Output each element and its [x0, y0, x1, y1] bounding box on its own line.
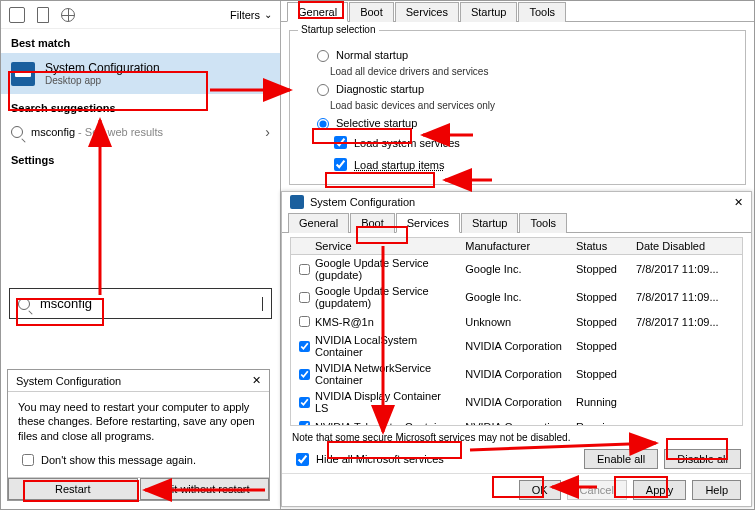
service-name: NVIDIA Telemetry Container: [311, 419, 461, 427]
service-status: Stopped: [572, 261, 632, 277]
hide-microsoft-services-checkbox[interactable]: [296, 453, 309, 466]
normal-startup-label: Normal startup: [336, 49, 408, 61]
load-system-services-checkbox[interactable]: [334, 136, 347, 149]
service-date-disabled: [632, 425, 742, 427]
tab-general[interactable]: General: [288, 213, 349, 233]
service-manufacturer: Google Inc.: [461, 289, 572, 305]
selective-startup-label: Selective startup: [336, 117, 417, 129]
apply-button[interactable]: Apply: [633, 480, 687, 500]
close-icon[interactable]: ✕: [252, 374, 261, 387]
diagnostic-startup-label: Diagnostic startup: [336, 83, 424, 95]
service-status: Running: [572, 419, 632, 427]
col-manufacturer[interactable]: Manufacturer: [461, 238, 572, 254]
hide-microsoft-services-label: Hide all Microsoft services: [316, 453, 444, 465]
restart-button[interactable]: Restart: [8, 478, 138, 500]
suggestion-text: msconfig - See web results: [31, 126, 163, 138]
tab-boot[interactable]: Boot: [350, 213, 395, 233]
tab-tools[interactable]: Tools: [519, 213, 567, 233]
normal-startup-desc: Load all device drivers and services: [330, 66, 735, 77]
dialog-body: You may need to restart your computer to…: [18, 401, 255, 442]
best-match-heading: Best match: [1, 29, 280, 53]
apps-icon[interactable]: [9, 7, 25, 23]
service-checkbox[interactable]: [299, 397, 310, 408]
window-title: System Configuration: [310, 196, 415, 208]
tab-boot[interactable]: Boot: [349, 2, 394, 22]
search-suggestions-heading: Search suggestions: [1, 94, 280, 118]
best-match-result[interactable]: System Configuration Desktop app: [1, 53, 280, 94]
filters-dropdown[interactable]: Filters ⌄: [230, 9, 272, 21]
service-status: Stopped: [572, 338, 632, 354]
filters-label: Filters: [230, 9, 260, 21]
service-row[interactable]: NVIDIA LocalSystem ContainerNVIDIA Corpo…: [291, 332, 742, 360]
search-icon: [18, 298, 30, 310]
tab-services[interactable]: Services: [395, 2, 459, 22]
service-row[interactable]: KMS-R@1nUnknownStopped7/8/2017 11:09...: [291, 311, 742, 332]
service-row[interactable]: NVIDIA Telemetry ContainerNVIDIA Corpora…: [291, 416, 742, 426]
service-date-disabled: [632, 344, 742, 348]
col-status[interactable]: Status: [572, 238, 632, 254]
disable-all-button[interactable]: Disable all: [664, 449, 741, 469]
service-manufacturer: NVIDIA Corporation: [461, 394, 572, 410]
service-manufacturer: NVIDIA Corporation: [461, 419, 572, 427]
normal-startup-radio[interactable]: [317, 50, 329, 62]
service-row[interactable]: NVIDIA Display Container LSNVIDIA Corpor…: [291, 388, 742, 416]
service-status: Running: [572, 394, 632, 410]
service-row[interactable]: Google Update Service (gupdatem)Google I…: [291, 283, 742, 311]
msconfig-icon: [11, 62, 35, 86]
service-checkbox[interactable]: [299, 341, 310, 352]
service-checkbox[interactable]: [299, 369, 310, 380]
web-icon[interactable]: [61, 8, 75, 22]
service-checkbox[interactable]: [299, 421, 310, 426]
service-name: NVIDIA LocalSystem Container: [311, 332, 461, 360]
close-icon[interactable]: ✕: [734, 196, 743, 209]
chevron-right-icon: ›: [265, 124, 270, 140]
service-name: NVIDIA NetworkService Container: [311, 360, 461, 388]
ok-button[interactable]: OK: [519, 480, 561, 500]
result-title: System Configuration: [45, 61, 160, 75]
service-date-disabled: 7/8/2017 11:09...: [632, 261, 742, 277]
tab-tools[interactable]: Tools: [518, 2, 566, 22]
result-subtitle: Desktop app: [45, 75, 160, 86]
col-service[interactable]: Service: [311, 238, 461, 254]
selective-startup-radio[interactable]: [317, 118, 329, 130]
service-checkbox[interactable]: [299, 316, 310, 327]
tab-startup[interactable]: Startup: [461, 213, 518, 233]
service-status: Stopped: [572, 289, 632, 305]
tab-startup[interactable]: Startup: [460, 2, 517, 22]
search-input[interactable]: [38, 295, 254, 312]
service-row[interactable]: Google Update Service (gupdate)Google In…: [291, 255, 742, 283]
search-suggestion-row[interactable]: msconfig - See web results ›: [1, 118, 280, 146]
documents-icon[interactable]: [37, 7, 49, 23]
dont-show-checkbox[interactable]: [22, 454, 34, 466]
dont-show-label: Don't show this message again.: [41, 453, 196, 467]
load-startup-items-checkbox[interactable]: [334, 158, 347, 171]
load-startup-items-label: Load startup items: [354, 159, 445, 171]
service-status: Stopped: [572, 366, 632, 382]
note-text: Note that some secure Microsoft services…: [282, 430, 751, 445]
service-name: KMS-R@1n: [311, 314, 461, 330]
tab-general[interactable]: General: [287, 2, 348, 22]
service-checkbox[interactable]: [299, 292, 310, 303]
text-cursor: [262, 297, 263, 311]
dialog-title: System Configuration: [16, 375, 121, 387]
service-checkbox[interactable]: [299, 264, 310, 275]
enable-all-button[interactable]: Enable all: [584, 449, 658, 469]
col-date-disabled[interactable]: Date Disabled: [632, 238, 742, 254]
service-date-disabled: 7/8/2017 11:09...: [632, 289, 742, 305]
service-date-disabled: [632, 400, 742, 404]
search-icon: [11, 126, 23, 138]
tab-services[interactable]: Services: [396, 213, 460, 233]
service-status: Stopped: [572, 314, 632, 330]
msconfig-icon: [290, 195, 304, 209]
exit-without-restart-button[interactable]: Exit without restart: [140, 478, 270, 500]
load-system-services-label: Load system services: [354, 137, 460, 149]
cancel-button[interactable]: Cancel: [567, 480, 627, 500]
help-button[interactable]: Help: [692, 480, 741, 500]
service-manufacturer: NVIDIA Corporation: [461, 338, 572, 354]
restart-dialog: System Configuration ✕ You may need to r…: [7, 369, 270, 501]
diagnostic-startup-radio[interactable]: [317, 84, 329, 96]
service-date-disabled: [632, 372, 742, 376]
service-manufacturer: Unknown: [461, 314, 572, 330]
service-row[interactable]: NVIDIA NetworkService ContainerNVIDIA Co…: [291, 360, 742, 388]
service-name: Google Update Service (gupdatem): [311, 283, 461, 311]
